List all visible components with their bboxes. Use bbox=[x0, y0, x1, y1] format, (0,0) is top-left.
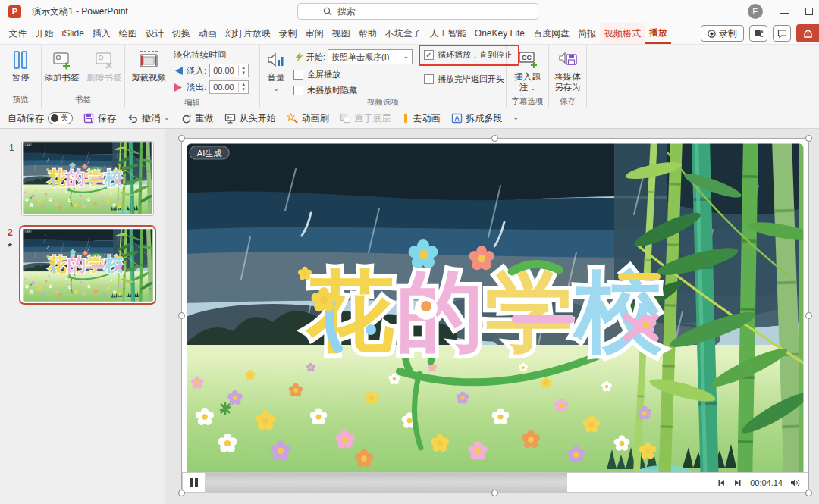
maximize-button[interactable] bbox=[805, 8, 813, 15]
tab-insert[interactable]: 插入 bbox=[88, 23, 115, 44]
rewind-checkbox[interactable]: 播放完毕返回开头 bbox=[424, 74, 519, 85]
group-edit: 剪裁视频 淡化持续时间 淡入: 00.00▲▼ 淡出: 00.00▲▼ 编辑 bbox=[125, 45, 260, 108]
group-preview: 暂停 预览 bbox=[0, 45, 42, 108]
resize-handle-bottom-right[interactable] bbox=[805, 490, 812, 496]
split-segments-button[interactable]: A 拆成多段 bbox=[451, 112, 503, 125]
fade-out-input[interactable]: 00.00▲▼ bbox=[209, 80, 249, 94]
save-media-icon bbox=[558, 50, 578, 68]
autosave-switch[interactable]: 关 bbox=[48, 112, 73, 124]
animation-painter-icon bbox=[287, 113, 298, 124]
video-frame[interactable]: 00:04.14 bbox=[182, 139, 808, 493]
group-label-caption: 字幕选项 bbox=[507, 95, 548, 109]
search-input[interactable]: 搜索 bbox=[297, 3, 538, 20]
remove-bookmark-icon bbox=[95, 50, 115, 70]
group-label-video-options: 视频选项 bbox=[260, 96, 506, 110]
add-bookmark-button[interactable]: 添加书签 bbox=[42, 48, 83, 86]
volume-button[interactable]: 音量 ⌄ bbox=[263, 48, 289, 94]
tab-design[interactable]: 设计 bbox=[141, 23, 168, 44]
resize-handle-bottom-left[interactable] bbox=[178, 490, 185, 496]
video-pause-button[interactable] bbox=[183, 473, 206, 492]
tab-file[interactable]: 文件 bbox=[5, 23, 31, 44]
minimize-button[interactable] bbox=[780, 13, 789, 14]
record-button[interactable]: 录制 bbox=[701, 25, 744, 42]
workspace: 1 2 ★ 00:04.14 bbox=[0, 129, 819, 504]
slide-canvas[interactable]: 00:04.14 bbox=[165, 129, 819, 504]
autosave-toggle[interactable]: 自动保存 关 bbox=[8, 112, 73, 125]
slide-1-number: 1 bbox=[9, 142, 14, 153]
group-bookmark: 添加书签 删除书签 书签 bbox=[42, 45, 125, 108]
tab-transitions[interactable]: 切换 bbox=[168, 23, 194, 44]
quick-access-toolbar: 自动保存 关 保存 撤消 ⌄ 重做 从头开始 动画刷 置于底层 去动画 A 拆成… bbox=[0, 108, 819, 129]
play-from-start-button[interactable]: 从头开始 bbox=[224, 112, 276, 125]
tab-onekey[interactable]: OneKey Lite bbox=[470, 23, 529, 44]
fullscreen-checkbox-box bbox=[293, 70, 303, 80]
fullscreen-checkbox[interactable]: 全屏播放 bbox=[293, 69, 413, 80]
save-button[interactable]: 保存 bbox=[83, 112, 116, 125]
fade-in-input[interactable]: 00.00▲▼ bbox=[209, 64, 249, 77]
share-icon bbox=[803, 29, 813, 39]
tab-slideshow[interactable]: 幻灯片放映 bbox=[221, 23, 275, 44]
hide-checkbox-box bbox=[293, 86, 303, 95]
redo-button[interactable]: 重做 bbox=[180, 112, 214, 125]
remove-animation-icon bbox=[402, 113, 410, 124]
avatar[interactable]: E bbox=[748, 4, 763, 19]
comments-button[interactable] bbox=[773, 25, 791, 42]
undo-button[interactable]: 撤消 ⌄ bbox=[127, 112, 170, 125]
tab-home[interactable]: 开始 bbox=[31, 23, 58, 44]
tab-baidu[interactable]: 百度网盘 bbox=[529, 23, 573, 44]
powerpoint-logo-icon[interactable]: P bbox=[8, 5, 21, 18]
save-media-as-button[interactable]: 将媒体另存为 bbox=[554, 48, 582, 95]
tab-jianbao[interactable]: 简报 bbox=[573, 23, 600, 44]
resize-handle-bottom-center[interactable] bbox=[491, 490, 498, 496]
tab-video-format[interactable]: 视频格式 bbox=[600, 23, 645, 44]
fade-duration-panel: 淡化持续时间 淡入: 00.00▲▼ 淡出: 00.00▲▼ bbox=[169, 48, 252, 97]
svg-text:CC: CC bbox=[522, 54, 532, 61]
hide-when-idle-checkbox[interactable]: 未播放时隐藏 bbox=[293, 85, 413, 96]
resize-handle-middle-right[interactable] bbox=[805, 312, 812, 319]
titlebar: P 演示文稿1 - PowerPoint 搜索 E bbox=[0, 0, 819, 23]
start-label: 开始: bbox=[306, 52, 325, 63]
tab-islide[interactable]: iSlide bbox=[58, 23, 88, 44]
qat-overflow-button[interactable]: ⌄ bbox=[513, 115, 519, 121]
resize-handle-middle-left[interactable] bbox=[178, 312, 185, 319]
tab-draw[interactable]: 绘图 bbox=[115, 23, 141, 44]
animation-painter-button[interactable]: 动画刷 bbox=[287, 112, 329, 125]
tab-help[interactable]: 帮助 bbox=[354, 23, 381, 44]
slide-2-thumbnail[interactable] bbox=[19, 225, 156, 305]
fade-out-spinner[interactable]: ▲▼ bbox=[238, 82, 248, 92]
slide-1-thumbnail[interactable] bbox=[21, 141, 154, 216]
video-time: 00:04.14 bbox=[750, 478, 783, 487]
resize-handle-top-center[interactable] bbox=[491, 135, 498, 142]
video-progress-track[interactable] bbox=[206, 473, 695, 492]
tab-review[interactable]: 审阅 bbox=[301, 23, 328, 44]
start-icon bbox=[293, 52, 304, 62]
frame-forward-icon[interactable] bbox=[733, 478, 742, 487]
send-to-back-button[interactable]: 置于底层 bbox=[340, 112, 391, 125]
video-start-options: 开始: 按照单击顺序(I)⌄ 全屏播放 未播放时隐藏 bbox=[289, 48, 415, 96]
pause-button[interactable]: 暂停 bbox=[9, 48, 33, 86]
start-dropdown[interactable]: 按照单击顺序(I)⌄ bbox=[328, 49, 413, 64]
tab-view[interactable]: 视图 bbox=[328, 23, 354, 44]
tab-playback[interactable]: 播放 bbox=[645, 23, 671, 44]
fade-in-icon bbox=[174, 66, 184, 76]
play-from-start-icon bbox=[224, 113, 236, 124]
remove-animation-button[interactable]: 去动画 bbox=[402, 112, 441, 125]
fade-out-label: 淡出: bbox=[187, 82, 206, 93]
trim-video-button[interactable]: 剪裁视频 bbox=[128, 48, 169, 86]
frame-back-icon[interactable] bbox=[717, 478, 726, 487]
fade-in-spinner[interactable]: ▲▼ bbox=[238, 65, 248, 75]
tab-bukeng[interactable]: 不坑盒子 bbox=[381, 23, 425, 44]
tab-record[interactable]: 录制 bbox=[275, 23, 301, 44]
video-volume-icon[interactable] bbox=[790, 478, 801, 487]
share-button[interactable] bbox=[796, 24, 819, 42]
tab-ai[interactable]: 人工智能 bbox=[425, 23, 470, 44]
resize-handle-top-left[interactable] bbox=[178, 135, 185, 142]
resize-handle-top-right[interactable] bbox=[805, 135, 812, 142]
fade-out-icon bbox=[174, 83, 184, 92]
loop-checkbox[interactable]: ✓循环播放，直到停止 bbox=[424, 49, 513, 61]
teams-share-button[interactable] bbox=[749, 25, 767, 42]
remove-bookmark-button[interactable]: 删除书签 bbox=[84, 48, 125, 86]
slide-2-animation-star: ★ bbox=[7, 241, 13, 249]
group-video-options: 音量 ⌄ 开始: 按照单击顺序(I)⌄ 全屏播放 未播放时隐藏 ✓循环播放，直到… bbox=[260, 45, 507, 108]
tab-animations[interactable]: 动画 bbox=[194, 23, 221, 44]
